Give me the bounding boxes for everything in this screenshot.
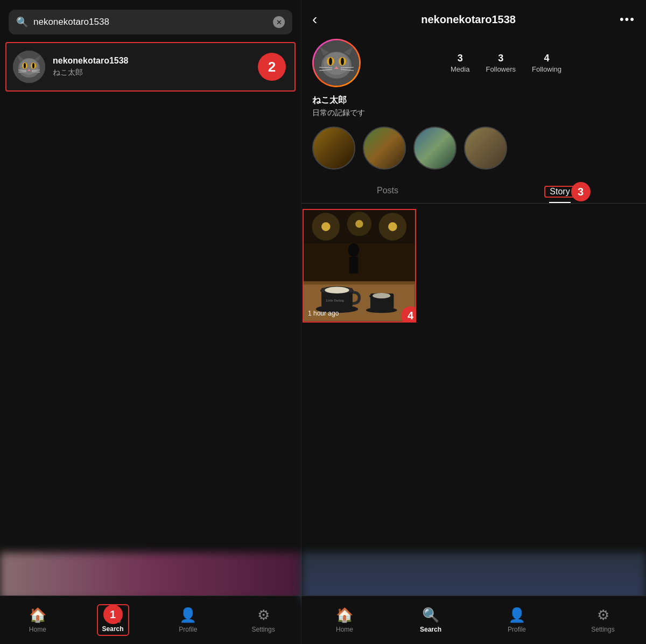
settings-icon-right: ⚙ xyxy=(597,607,609,624)
nav-settings-label-left: Settings xyxy=(251,626,275,633)
svg-point-48 xyxy=(366,307,397,313)
story-thumb-2[interactable] xyxy=(363,127,406,170)
nav-profile-left[interactable]: 👤 Profile xyxy=(172,607,204,633)
ads-area xyxy=(0,552,301,601)
nav-home-label-right: Home xyxy=(336,626,353,633)
stat-media[interactable]: 3 Media xyxy=(451,53,469,73)
result-info: nekonekotaro1538 ねこ太郎 xyxy=(53,56,129,78)
nav-search-label-right: Search xyxy=(420,626,441,633)
media-count: 3 xyxy=(458,53,463,64)
nav-search-left[interactable]: 🔍 Search 1 xyxy=(97,604,129,636)
badge-3: 3 xyxy=(571,182,591,201)
nav-search-right[interactable]: 🔍 Search xyxy=(415,607,447,633)
followers-label: Followers xyxy=(486,65,516,73)
profile-icon-left: 👤 xyxy=(179,607,196,624)
tab-story[interactable]: Story 3 xyxy=(474,178,646,203)
nav-home-left[interactable]: 🏠 Home xyxy=(22,607,54,633)
badge-1: 1 xyxy=(103,605,123,624)
story-thumb-1[interactable] xyxy=(312,127,355,170)
post-grid: Little Darling 1 hour ago 4 xyxy=(301,209,646,323)
nav-profile-label-left: Profile xyxy=(179,626,197,633)
search-result-item[interactable]: nekonekotaro1538 ねこ太郎 2 xyxy=(5,42,296,92)
left-bottom-nav: 🏠 Home 🔍 Search 1 👤 Profile ⚙ Settings xyxy=(0,596,301,644)
story-thumb-4[interactable] xyxy=(464,127,507,170)
nav-settings-right[interactable]: ⚙ Settings xyxy=(587,607,619,633)
settings-icon-left: ⚙ xyxy=(257,607,270,624)
nav-home-right[interactable]: 🏠 Home xyxy=(328,607,361,633)
nav-profile-right[interactable]: 👤 Profile xyxy=(501,607,533,633)
svg-point-36 xyxy=(348,243,360,257)
nav-settings-label-right: Settings xyxy=(591,626,614,633)
tabs-row: Posts Story 3 xyxy=(301,178,646,204)
profile-stats: 3 Media 3 Followers 4 Following xyxy=(377,53,635,73)
profile-bio: 日常の記録です xyxy=(312,108,635,118)
svg-point-22 xyxy=(341,58,344,65)
result-avatar xyxy=(13,51,45,83)
svg-point-7 xyxy=(24,63,26,68)
right-bottom-nav: 🏠 Home 🔍 Search 👤 Profile ⚙ Settings xyxy=(301,596,646,644)
stories-row xyxy=(301,118,646,178)
home-icon: 🏠 xyxy=(29,607,46,624)
right-blur-area xyxy=(301,552,646,601)
result-username: nekonekotaro1538 xyxy=(53,56,129,66)
profile-username-header: nekonekotaro1538 xyxy=(421,13,516,26)
svg-rect-39 xyxy=(304,281,415,284)
badge-2: 2 xyxy=(258,53,286,81)
nav-search-label-left: Search xyxy=(102,625,124,633)
tab-posts-label: Posts xyxy=(377,186,398,195)
home-icon-right: 🏠 xyxy=(336,607,353,624)
story-tab-box: Story 3 xyxy=(544,186,575,198)
stat-followers[interactable]: 3 Followers xyxy=(486,53,516,73)
profile-avatar-wrap xyxy=(312,39,361,87)
following-count: 4 xyxy=(544,53,550,64)
svg-point-47 xyxy=(373,293,390,298)
nav-profile-label-right: Profile xyxy=(508,626,526,633)
profile-info-area: 3 Media 3 Followers 4 Following ねこ太郎 日常の… xyxy=(301,33,646,118)
profile-top-row: 3 Media 3 Followers 4 Following xyxy=(312,39,635,87)
profile-header: ‹ nekonekotaro1538 ••• xyxy=(301,0,646,33)
right-panel: ‹ nekonekotaro1538 ••• xyxy=(301,0,646,644)
followers-count: 3 xyxy=(498,53,503,64)
tab-posts[interactable]: Posts xyxy=(301,178,474,203)
following-label: Following xyxy=(532,65,561,73)
tab-story-label: Story xyxy=(550,187,570,196)
media-label: Media xyxy=(451,65,469,73)
clear-button[interactable]: ✕ xyxy=(273,16,285,28)
svg-rect-37 xyxy=(349,257,359,274)
nav-settings-left[interactable]: ⚙ Settings xyxy=(247,607,279,633)
nav-home-label-left: Home xyxy=(29,626,46,633)
svg-point-21 xyxy=(329,58,332,65)
profile-display-name: ねこ太郎 xyxy=(312,95,635,106)
svg-point-34 xyxy=(378,213,406,241)
more-button[interactable]: ••• xyxy=(620,12,635,26)
post-time-label: 1 hour ago xyxy=(308,310,339,317)
svg-point-8 xyxy=(32,63,34,68)
story-thumb-3[interactable] xyxy=(413,127,457,170)
back-button[interactable]: ‹ xyxy=(312,11,317,28)
post-coffee[interactable]: Little Darling 1 hour ago 4 xyxy=(303,209,416,323)
profile-avatar-inner xyxy=(314,40,359,86)
search-icon-right: 🔍 xyxy=(422,607,439,624)
svg-point-43 xyxy=(325,287,349,293)
profile-icon-right: 👤 xyxy=(508,607,525,624)
search-input[interactable] xyxy=(33,17,268,27)
svg-point-32 xyxy=(312,213,340,241)
search-icon: 🔍 xyxy=(16,16,28,28)
left-panel: 🔍 ✕ xyxy=(0,0,301,644)
result-display-name: ねこ太郎 xyxy=(53,68,129,78)
search-bar: 🔍 ✕ xyxy=(9,10,292,34)
svg-text:Little Darling: Little Darling xyxy=(326,298,344,302)
stat-following[interactable]: 4 Following xyxy=(532,53,561,73)
svg-point-33 xyxy=(347,212,371,236)
tab-underline xyxy=(549,202,571,203)
